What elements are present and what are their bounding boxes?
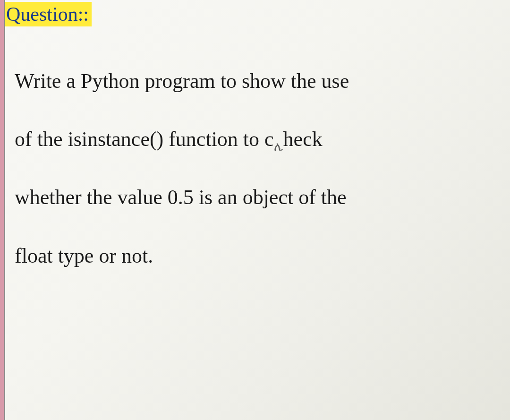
question-label: Question:: bbox=[5, 2, 92, 26]
question-line-3: whether the value 0.5 is an object of th… bbox=[15, 168, 501, 226]
question-line-1: Write a Python program to show the use bbox=[15, 52, 501, 110]
page-background: Question:: Write a Python program to sho… bbox=[0, 0, 510, 420]
question-body: Write a Python program to show the use o… bbox=[15, 52, 501, 285]
cursor-icon: ሌ bbox=[274, 139, 283, 154]
document-page: Question:: Write a Python program to sho… bbox=[4, 0, 510, 420]
question-line-2: of the isinstance() function to cሌheck bbox=[15, 110, 501, 168]
question-line-4: float type or not. bbox=[15, 227, 501, 285]
